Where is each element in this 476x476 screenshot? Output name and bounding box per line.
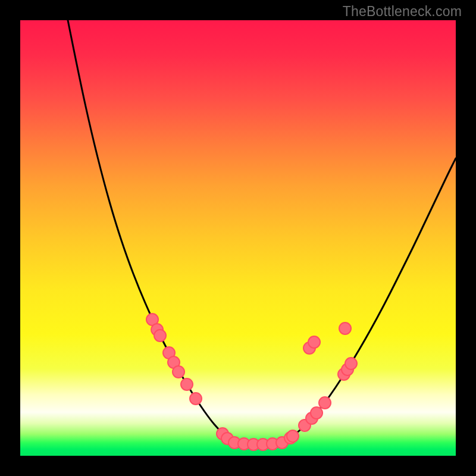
curve-marker — [339, 322, 351, 334]
curve-markers — [146, 314, 357, 450]
curve-marker — [181, 378, 193, 390]
bottleneck-curve — [68, 20, 456, 444]
curve-marker — [190, 393, 202, 405]
plot-area — [20, 20, 456, 456]
curve-marker — [319, 397, 331, 409]
curve-marker — [154, 330, 166, 342]
chart-svg — [20, 20, 456, 456]
curve-marker — [345, 358, 357, 369]
curve-marker — [287, 430, 299, 442]
chart-frame: TheBottleneck.com — [0, 0, 476, 476]
curve-marker — [308, 336, 320, 348]
watermark-text: TheBottleneck.com — [343, 4, 462, 20]
curve-marker — [173, 366, 184, 378]
curve-marker — [311, 407, 322, 419]
